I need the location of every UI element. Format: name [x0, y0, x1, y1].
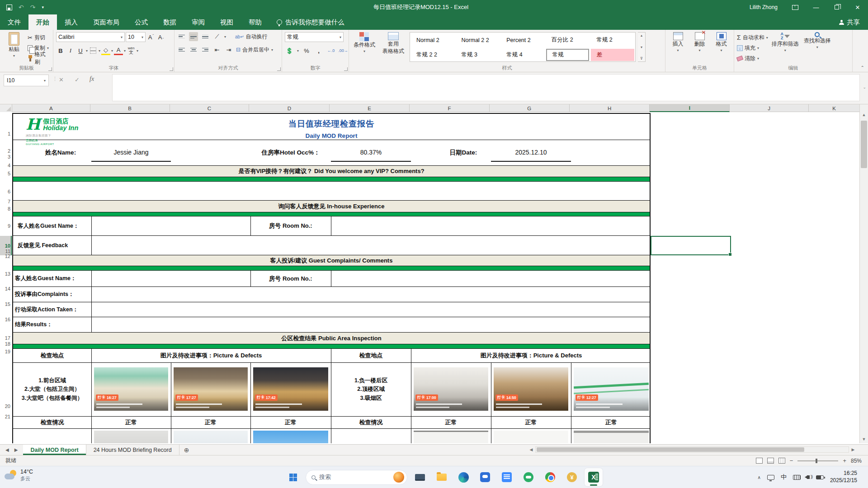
phonetic-dropdown-icon[interactable]: ▾	[137, 49, 138, 53]
row-header[interactable]: 14	[0, 286, 10, 291]
taskbar-file-explorer[interactable]	[433, 468, 451, 486]
status-normal[interactable]: 正常	[491, 417, 571, 428]
fill-color-button[interactable]: ◇	[101, 46, 110, 55]
column-header-j[interactable]: J	[730, 104, 809, 112]
ribbon-display-options-button[interactable]	[785, 0, 806, 14]
status-normal[interactable]: 正常	[171, 417, 250, 428]
italic-button[interactable]: I	[66, 46, 75, 55]
style-changgui-selected[interactable]: 常规	[546, 49, 590, 61]
style-baifenbi2[interactable]: 百分比 2	[546, 34, 590, 46]
fill-color-dropdown-icon[interactable]: ▾	[111, 49, 113, 53]
clipboard-dialog-launcher[interactable]	[48, 67, 52, 71]
column-header-d[interactable]: D	[249, 104, 330, 112]
style-changgui22[interactable]: 常规 2 2	[411, 49, 454, 61]
tab-formulas[interactable]: 公式	[127, 14, 156, 30]
orientation-button[interactable]: ⟋	[212, 32, 222, 41]
save-icon[interactable]	[6, 5, 12, 10]
row-header-10-selected[interactable]: 10	[0, 243, 10, 249]
bold-button[interactable]: B	[56, 46, 65, 55]
select-all-corner[interactable]	[0, 104, 12, 112]
partial-photo[interactable]	[174, 431, 248, 443]
active-cell-i10[interactable]	[651, 236, 731, 255]
style-bad[interactable]: 差	[591, 49, 634, 61]
shrink-font-button[interactable]: Aˇ	[156, 33, 165, 42]
vertical-scrollbar[interactable]: ▲ ▼	[859, 104, 868, 443]
taskbar-weather-widget[interactable]: 14°C 多云	[5, 469, 33, 482]
increase-indent-icon[interactable]: ⇥	[224, 45, 233, 54]
column-header-i-selected[interactable]: I	[650, 104, 730, 112]
status-normal[interactable]: 正常	[91, 417, 171, 428]
row-header[interactable]: 3	[0, 154, 10, 160]
page-layout-view-icon[interactable]	[767, 458, 774, 464]
taskbar-app-remote[interactable]	[498, 468, 516, 486]
sort-filter-button[interactable]: AZ 排序和筛选▾	[770, 32, 800, 65]
scroll-down-icon[interactable]: ▼	[860, 437, 868, 441]
column-header-h[interactable]: H	[570, 104, 650, 112]
partial-photo-ceiling[interactable]	[414, 431, 488, 443]
alignment-dialog-launcher[interactable]	[277, 67, 281, 71]
formula-input[interactable]	[112, 74, 860, 101]
inspection-photo-lobby-front-desk[interactable]: 打卡16:27	[94, 367, 168, 411]
style-percent2[interactable]: Percent 2	[501, 34, 544, 46]
name-box[interactable]: I10▾	[4, 75, 49, 86]
status-normal[interactable]: 正常	[411, 417, 491, 428]
sheet-nav-arrows[interactable]: ◀▶	[0, 445, 23, 455]
battery-icon[interactable]	[816, 475, 824, 479]
row-header[interactable]: 18	[0, 341, 10, 347]
partial-photo-sky[interactable]	[253, 431, 328, 443]
zoom-slider-thumb[interactable]	[816, 459, 817, 463]
row-header[interactable]: 1	[0, 131, 10, 136]
style-changgui2[interactable]: 常规 2	[591, 34, 634, 46]
zoom-level[interactable]: 85%	[851, 458, 862, 464]
column-header-a[interactable]: A	[12, 104, 90, 112]
inspection-photo-elevator-lobby[interactable]: 打卡14:50	[494, 367, 568, 411]
tab-help[interactable]: 帮助	[241, 14, 269, 30]
hidden-icons-chevron[interactable]: ∧	[758, 475, 761, 480]
accounting-format-icon[interactable]: 💲	[285, 46, 294, 55]
zoom-in-icon[interactable]: +	[843, 457, 846, 464]
borders-dropdown-icon[interactable]: ▾	[99, 49, 100, 53]
row-header[interactable]: 21	[0, 414, 10, 419]
paste-dropdown-icon[interactable]: ▾	[13, 54, 15, 58]
search-daily-icon[interactable]	[393, 472, 404, 483]
clear-button[interactable]: 清除▾	[737, 54, 768, 63]
row-header[interactable]: 19	[0, 349, 10, 354]
style-changgui3[interactable]: 常规 3	[456, 49, 500, 61]
font-color-dropdown-icon[interactable]: ▾	[124, 49, 126, 53]
close-button[interactable]: ✕	[847, 0, 868, 14]
status-normal[interactable]: 正常	[250, 417, 331, 428]
zoom-out-icon[interactable]: −	[790, 457, 793, 464]
new-sheet-button[interactable]: ⊕	[179, 445, 194, 455]
tab-view[interactable]: 视图	[212, 14, 241, 30]
phonetic-button[interactable]: wén 文	[127, 46, 136, 55]
underline-button[interactable]: U	[76, 46, 85, 55]
section-complaints-header[interactable]: 客人投诉/建议 Guest Complaints/ Comments	[12, 255, 651, 266]
volume-icon[interactable]	[807, 475, 810, 479]
column-header-e[interactable]: E	[330, 104, 410, 112]
redo-icon[interactable]: ↷	[30, 4, 36, 10]
vip-answer-cell[interactable]	[12, 182, 651, 201]
paste-button[interactable]: 粘贴 ▾	[3, 32, 25, 65]
borders-button[interactable]	[89, 46, 98, 55]
tab-file[interactable]: 文件	[0, 14, 28, 30]
row-header[interactable]: 20	[0, 404, 10, 409]
number-format-combo[interactable]: 常规▾	[285, 32, 344, 42]
scroll-right-icon[interactable]: ▶	[849, 447, 857, 452]
comma-style-icon[interactable]: ,	[314, 46, 323, 55]
wrap-text-button[interactable]: ab↵自动换行	[235, 32, 268, 41]
column-header-b[interactable]: B	[90, 104, 170, 112]
vertical-scroll-thumb[interactable]	[861, 121, 867, 168]
cut-button[interactable]: 剪切	[28, 33, 50, 42]
percent-style-icon[interactable]: %	[302, 46, 311, 55]
scroll-up-icon[interactable]: ▲	[860, 113, 868, 117]
tab-review[interactable]: 审阅	[184, 14, 212, 30]
tab-home[interactable]: 开始	[28, 14, 57, 30]
row-header[interactable]: 15	[0, 301, 10, 307]
row-header[interactable]: 6	[0, 189, 10, 194]
row-header[interactable]: 16	[0, 317, 10, 322]
sheet-tab-daily-mod-report[interactable]: Daily MOD Report	[23, 445, 86, 455]
row-header[interactable]: 13	[0, 271, 10, 277]
row-header[interactable]: 8	[0, 206, 10, 211]
middle-align-icon[interactable]	[189, 32, 198, 41]
column-header-k[interactable]: K	[809, 104, 859, 112]
